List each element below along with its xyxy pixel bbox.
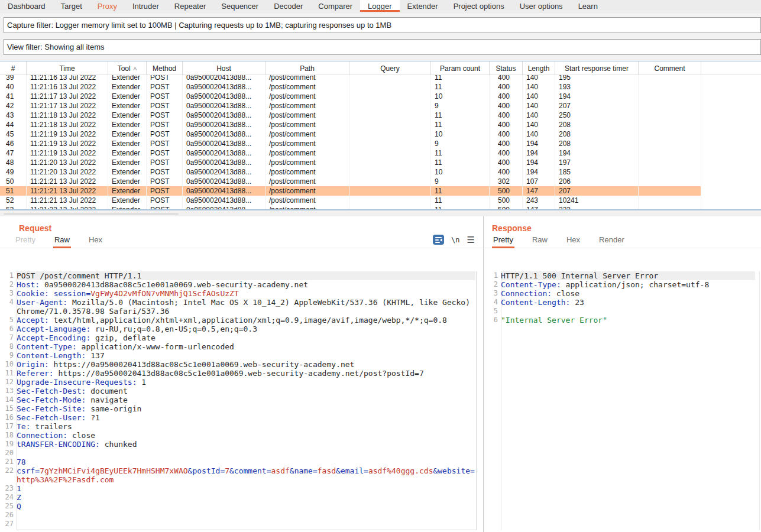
menu-tab-learn[interactable]: Learn [571,0,605,12]
request-tab-pretty[interactable]: Pretty [14,233,37,248]
column-header-status[interactable]: Status [490,61,523,75]
cell-time: 11:21:18 13 Jul 2022 [27,111,108,120]
column-header--[interactable]: # [0,61,27,75]
cell-host: 0a9500020413d88... [183,120,265,129]
column-header-host[interactable]: Host [183,61,265,75]
menu-tab-intruder[interactable]: Intruder [125,0,167,12]
request-tab-raw[interactable]: Raw [53,233,71,248]
menu-tab-decoder[interactable]: Decoder [266,0,310,12]
column-header-start-response-timer[interactable]: Start response timer [555,61,639,75]
log-row-52[interactable]: 5211:21:21 13 Jul 2022ExtenderPOST0a9500… [0,196,761,205]
menu-tab-project-options[interactable]: Project options [446,0,512,12]
cell-tool: Extender [108,92,147,101]
menu-tab-dashboard[interactable]: Dashboard [0,0,53,12]
cell-tool: Extender [108,177,147,186]
response-tab-render[interactable]: Render [598,233,626,248]
column-header-tool[interactable]: Tool∧ [108,61,147,75]
log-row-48[interactable]: 4811:21:20 13 Jul 2022ExtenderPOST0a9500… [0,158,761,167]
log-row-41[interactable]: 4111:21:17 13 Jul 2022ExtenderPOST0a9500… [0,92,761,101]
menu-tab-repeater[interactable]: Repeater [167,0,213,12]
line-number: 16 [0,413,17,422]
menu-tab-target[interactable]: Target [53,0,90,12]
cell-time: 11:21:21 13 Jul 2022 [27,196,108,205]
line-number: 1 [0,271,17,280]
log-row-45[interactable]: 4511:21:19 13 Jul 2022ExtenderPOST0a9500… [0,129,761,139]
cell-tool: Extender [108,129,147,139]
menu-tab-sequencer[interactable]: Sequencer [213,0,266,12]
editor-line: 24Z [0,493,483,502]
column-header-path[interactable]: Path [265,61,349,75]
table-horizontal-scrollbar[interactable] [0,212,761,216]
line-number: 8 [0,342,17,351]
cell-status: 500 [490,196,523,205]
editor-line: 2Host: 0a9500020413d88ac08c5c1e001a0069.… [0,280,483,289]
editor-line: 8Content-Type: application/x-www-form-ur… [0,342,483,351]
capture-filter-text: Capture filter: Logger memory limit set … [7,21,391,30]
line-number: 6 [0,325,17,333]
cell-empty [701,139,761,148]
response-tab-hex[interactable]: Hex [565,233,581,248]
column-header-query[interactable]: Query [349,61,431,75]
log-row-40[interactable]: 4011:21:16 13 Jul 2022ExtenderPOST0a9500… [0,82,761,92]
log-row-44[interactable]: 4411:21:18 13 Jul 2022ExtenderPOST0a9500… [0,120,761,129]
log-row-49[interactable]: 4911:21:20 13 Jul 2022ExtenderPOST0a9500… [0,167,761,177]
column-header-time[interactable]: Time [27,61,108,75]
cell-comment [639,92,701,101]
cell-tool: Extender [108,120,147,129]
editor-line: 19tRANSFER-ENCODING: chunked [0,440,483,449]
line-number: 4 [0,298,17,316]
editor-line: 7Accept-Encoding: gzip, deflate [0,333,483,342]
editor-line: 3Cookie: session=VgFWy4D2vMfON7vMNMhjQ1S… [0,289,483,298]
cell-host: 0a9500020413d88... [183,111,265,120]
cell-comment [639,167,701,177]
editor-menu-icon[interactable]: ☰ [467,237,475,243]
cell-time: 11:21:19 13 Jul 2022 [27,129,108,139]
request-title: Request [0,223,483,233]
column-header-comment[interactable]: Comment [639,61,701,75]
cell-query [349,205,431,210]
cell-method: POST [147,167,183,177]
menu-tab-logger[interactable]: Logger [360,0,399,12]
column-header-length[interactable]: Length [523,61,555,75]
log-row-51[interactable]: 5111:21:21 13 Jul 2022ExtenderPOST0a9500… [0,186,761,196]
capture-filter-bar[interactable]: Capture filter: Logger memory limit set … [4,17,761,33]
column-header-method[interactable]: Method [147,61,183,75]
editor-line: 5 [484,307,761,316]
cell-empty [701,177,761,186]
cell-query [349,167,431,177]
line-content: Accept: text/html,application/xhtml+xml,… [17,316,475,325]
cell-method: POST [147,120,183,129]
line-content: User-Agent: Mozilla/5.0 (Macintosh; Inte… [17,298,475,316]
menu-tab-extender[interactable]: Extender [400,0,446,12]
response-tab-raw[interactable]: Raw [531,233,549,248]
cell-path: /post/comment [265,111,349,120]
cell-comment [639,129,701,139]
log-row-42[interactable]: 4211:21:17 13 Jul 2022ExtenderPOST0a9500… [0,101,761,111]
request-tab-hex[interactable]: Hex [88,233,103,248]
request-editor[interactable]: 1POST /post/comment HTTP/1.12Host: 0a950… [0,271,483,530]
cell-length: 140 [523,82,555,92]
cell-length: 140 [523,111,555,120]
menu-tab-user-options[interactable]: User options [512,0,571,12]
cell-query [349,82,431,92]
cell-path: /post/comment [265,101,349,111]
soft-wrap-toggle-icon[interactable] [433,235,444,245]
scrollbar-thumb[interactable] [4,213,179,215]
editor-line: 1POST /post/comment HTTP/1.1 [0,271,483,280]
log-row-50[interactable]: 5011:21:21 13 Jul 2022ExtenderPOST0a9500… [0,177,761,186]
menu-tab-comparer[interactable]: Comparer [310,0,360,12]
log-row-53[interactable]: 5311:21:22 13 Jul 2022ExtenderPOST0a9500… [0,205,761,210]
show-newlines-icon[interactable]: \n [451,236,459,244]
log-row-47[interactable]: 4711:21:19 13 Jul 2022ExtenderPOST0a9500… [0,148,761,158]
cell-param-count: 11 [431,148,490,158]
log-row-43[interactable]: 4311:21:18 13 Jul 2022ExtenderPOST0a9500… [0,111,761,120]
menu-tab-proxy[interactable]: Proxy [90,0,125,12]
column-header-param-count[interactable]: Param count [431,61,490,75]
view-filter-bar[interactable]: View filter: Showing all items [4,39,761,55]
cell-path: /post/comment [265,205,349,210]
log-row-46[interactable]: 4611:21:19 13 Jul 2022ExtenderPOST0a9500… [0,139,761,148]
response-editor[interactable]: 1HTTP/1.1 500 Internal Server Error2Cont… [484,271,761,530]
response-tab-pretty[interactable]: Pretty [492,233,514,248]
cell-host: 0a9500020413d88... [183,158,265,167]
cell-path: /post/comment [265,129,349,139]
